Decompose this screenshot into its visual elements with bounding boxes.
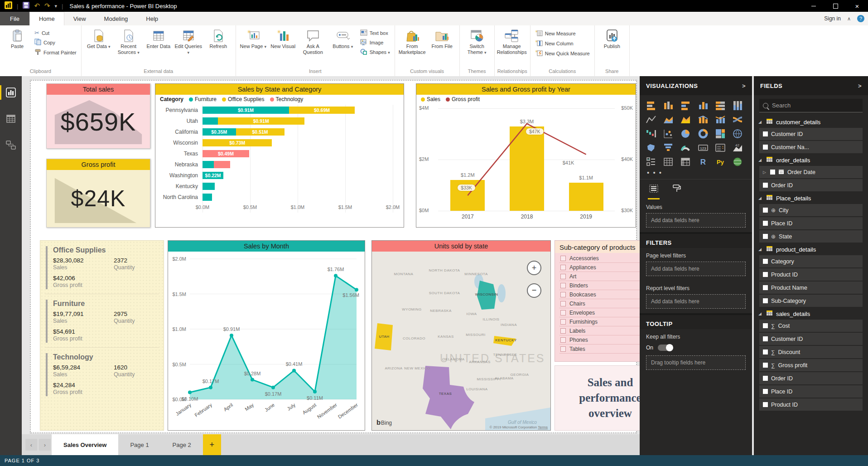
bar-segment[interactable] bbox=[203, 161, 214, 168]
ask-a-question-button[interactable]: Ask A Question bbox=[299, 27, 328, 57]
expand-collapse-icon[interactable]: ◢ bbox=[758, 196, 763, 200]
field-product-name[interactable]: Product Name bbox=[759, 282, 863, 294]
new-quick-measure-button[interactable]: ✳New Quick Measure bbox=[533, 49, 592, 58]
recent-sources-button[interactable]: Recent Sources ▾ bbox=[114, 27, 143, 57]
bar-segment[interactable]: $0.69M bbox=[289, 107, 355, 114]
field-customer-id[interactable]: Customer ID bbox=[759, 333, 863, 345]
field-city[interactable]: ⊕City bbox=[759, 204, 863, 216]
menu-tab-help[interactable]: Help bbox=[137, 12, 167, 25]
viz-type-kpi-icon[interactable]: 42 bbox=[732, 142, 743, 154]
category-multi-row-card[interactable]: Office Supplies $28,30,082 2372 Sales Qu… bbox=[40, 240, 164, 431]
field-order-date[interactable]: ▷Order Date bbox=[759, 166, 863, 178]
expand-collapse-icon[interactable]: ◢ bbox=[758, 311, 763, 316]
multi-row-section[interactable]: Office Supplies $28,30,082 2372 Sales Qu… bbox=[46, 246, 157, 289]
sales-gross-profit-by-year-chart[interactable]: Sales and Gross profit by YearSalesGross… bbox=[416, 83, 636, 228]
viz-type-r-script-icon[interactable]: R bbox=[697, 156, 709, 168]
field-customer-id[interactable]: Customer ID bbox=[759, 128, 863, 140]
checkbox[interactable] bbox=[560, 265, 566, 270]
tab-fields[interactable] bbox=[648, 182, 660, 199]
field-checkbox[interactable] bbox=[763, 234, 768, 239]
multi-row-section[interactable]: Furniture $19,77,091 2975 Sales Quantity… bbox=[46, 300, 157, 343]
checkbox[interactable] bbox=[560, 292, 566, 297]
tab-format[interactable] bbox=[671, 182, 682, 199]
viz-type-stacked-bar-icon[interactable] bbox=[645, 100, 657, 112]
page-tab-page-1[interactable]: Page 1 bbox=[118, 434, 160, 455]
units-sold-map[interactable]: Units sold by stateUNITED STATESMONTANAN… bbox=[371, 240, 551, 431]
next-page-arrow[interactable]: › bbox=[39, 439, 51, 451]
checkbox[interactable] bbox=[560, 328, 566, 334]
field-checkbox[interactable] bbox=[763, 145, 768, 150]
checkbox[interactable] bbox=[560, 283, 566, 288]
field-checkbox[interactable] bbox=[763, 285, 768, 290]
field-order-id[interactable]: Order ID bbox=[759, 372, 863, 384]
checkbox[interactable] bbox=[560, 337, 566, 343]
paste-button[interactable]: Paste bbox=[3, 27, 32, 51]
fields-table-Place_details[interactable]: ◢Place_details bbox=[754, 192, 868, 204]
viz-type-stacked-area-icon[interactable] bbox=[680, 114, 691, 126]
field-checkbox[interactable] bbox=[763, 208, 768, 213]
field-product-id[interactable]: Product ID bbox=[759, 398, 863, 411]
menu-tab-home[interactable]: Home bbox=[29, 12, 64, 25]
manage-relationships-button[interactable]: Manage Relationships bbox=[497, 27, 526, 57]
collapse-panel-icon[interactable]: > bbox=[858, 83, 862, 89]
field-checkbox[interactable] bbox=[763, 336, 768, 341]
text-box-button[interactable]: Text box bbox=[358, 29, 392, 37]
checkbox[interactable] bbox=[560, 319, 566, 325]
nav-data-view-icon[interactable] bbox=[0, 110, 22, 128]
map-zoom-in-button[interactable]: + bbox=[527, 261, 541, 275]
refresh-button[interactable]: Refresh bbox=[204, 27, 233, 51]
viz-type-treemap-icon[interactable] bbox=[714, 128, 726, 140]
viz-type-line-stacked-column-icon[interactable]: > bbox=[697, 114, 709, 126]
bar-segment[interactable]: $0.91M bbox=[203, 107, 289, 114]
collapse-ribbon-icon[interactable]: ∧ bbox=[847, 16, 851, 22]
checkbox[interactable] bbox=[560, 256, 566, 261]
sign-in-link[interactable]: Sign in bbox=[824, 15, 841, 22]
close-button[interactable]: × bbox=[846, 0, 868, 12]
checkbox[interactable] bbox=[560, 274, 566, 279]
checkbox[interactable] bbox=[560, 310, 566, 316]
bar-segment[interactable]: $0.51M bbox=[236, 128, 285, 136]
expand-collapse-icon[interactable]: ◢ bbox=[758, 247, 763, 252]
page-tab-sales-overview[interactable]: Sales Overview bbox=[52, 434, 118, 455]
expand-collapse-icon[interactable]: ◢ bbox=[758, 120, 763, 124]
viz-type-100-stacked-bar-icon[interactable] bbox=[714, 100, 726, 112]
viz-type-area-icon[interactable] bbox=[662, 114, 674, 126]
total-sales-card[interactable]: Total sales $659K bbox=[46, 83, 150, 149]
new-measure-button[interactable]: ✳New Measure bbox=[533, 29, 592, 38]
switch-theme-button[interactable]: Switch Theme ▾ bbox=[463, 27, 492, 57]
values-dropzone[interactable]: Add data fields here bbox=[646, 213, 746, 228]
bar-segment[interactable] bbox=[203, 117, 218, 125]
new-visual-button[interactable]: ✳New Visual bbox=[269, 27, 298, 51]
field-checkbox[interactable] bbox=[770, 170, 775, 175]
nav-report-view-icon[interactable] bbox=[0, 83, 22, 102]
viz-type-ribbon-icon[interactable] bbox=[732, 114, 743, 126]
field-checkbox[interactable] bbox=[763, 183, 768, 188]
new-page-button[interactable]: ✳New Page ▾ bbox=[239, 27, 268, 51]
more-visuals-button[interactable]: • • • bbox=[640, 169, 752, 179]
field-place-id[interactable]: Place ID bbox=[759, 385, 863, 398]
fields-table-product_details[interactable]: ◢product_details bbox=[754, 243, 868, 255]
field-checkbox[interactable] bbox=[763, 363, 768, 368]
publish-button[interactable]: Publish bbox=[598, 27, 627, 51]
field-product-id[interactable]: Product ID bbox=[759, 268, 863, 281]
undo-button[interactable]: ↶ bbox=[34, 2, 40, 10]
edit-queries-button[interactable]: Edit Queries ▾ bbox=[174, 27, 203, 57]
add-page-button[interactable]: + bbox=[203, 434, 221, 455]
image-button[interactable]: Image bbox=[358, 39, 392, 47]
menu-tab-file[interactable]: File bbox=[0, 12, 29, 25]
new-column-button[interactable]: ✳New Column bbox=[533, 39, 592, 48]
viz-type-line-icon[interactable] bbox=[645, 114, 657, 126]
bar-segment[interactable]: $0.49M bbox=[203, 150, 249, 157]
bar-segment[interactable] bbox=[214, 161, 230, 168]
fields-table-order_details[interactable]: ◢order_details bbox=[754, 154, 868, 166]
enter-data-button[interactable]: Enter Data bbox=[144, 27, 173, 51]
bar-segment[interactable] bbox=[203, 194, 212, 201]
viz-type-scatter-icon[interactable] bbox=[662, 128, 674, 140]
sales-by-state-chart[interactable]: Sales by State and CategoryCategoryFurni… bbox=[155, 83, 404, 228]
field-checkbox[interactable] bbox=[763, 389, 768, 394]
expand-icon[interactable]: ▷ bbox=[763, 170, 767, 175]
viz-type-clustered-bar-icon[interactable] bbox=[680, 100, 691, 112]
shapes-button[interactable]: Shapes ▾ bbox=[358, 48, 392, 56]
field-checkbox[interactable] bbox=[763, 376, 768, 381]
field-state[interactable]: ⊕State bbox=[759, 230, 863, 243]
